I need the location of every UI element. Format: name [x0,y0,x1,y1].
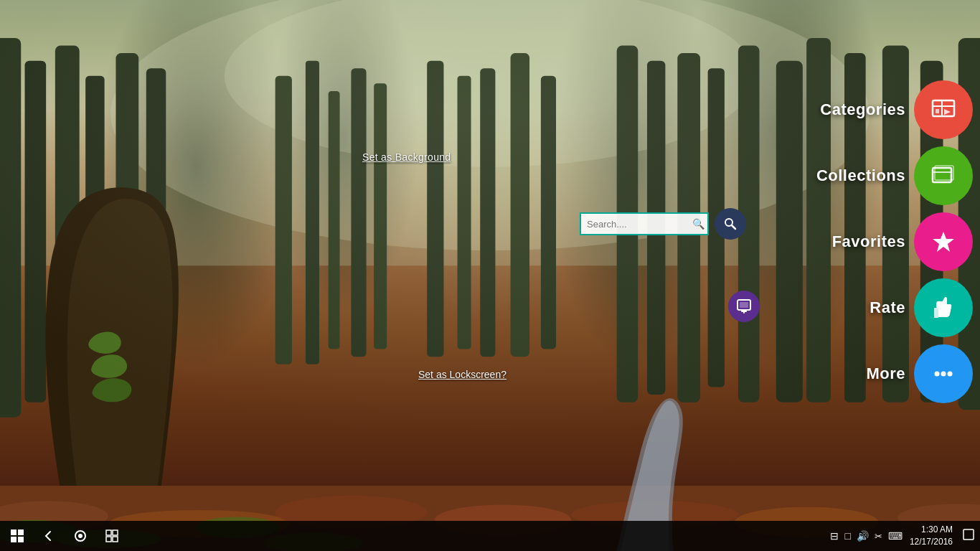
favorites-label: Favorites [832,232,905,251]
taskbar-right: ⊟ □ 🔊 ✂ ⌨ 1:30 AM 12/17/2016 [830,524,980,548]
svg-rect-63 [11,537,17,542]
main-content: Set as Background Set as Lockscreen? 🔍 [0,0,980,521]
svg-point-59 [941,372,946,377]
svg-marker-56 [933,232,954,252]
search-container: 🔍 [580,208,746,240]
cortana-button[interactable] [67,523,93,549]
svg-rect-68 [113,530,118,535]
svg-rect-67 [106,530,111,535]
clock[interactable]: 1:30 AM 12/17/2016 [910,524,953,548]
set-lockscreen-link[interactable]: Set as Lockscreen? [418,369,507,380]
background: Set as Background Set as Lockscreen? 🔍 [0,0,980,551]
svg-rect-70 [113,537,118,542]
set-background-link[interactable]: Set as Background [362,151,451,163]
svg-rect-62 [18,529,24,535]
favorites-circle[interactable] [914,212,973,271]
svg-point-60 [948,372,953,377]
collections-circle[interactable] [914,146,973,205]
clock-time: 1:30 AM [910,524,953,536]
svg-rect-64 [18,537,24,542]
search-input-icon: 🔍 [692,218,705,230]
start-button[interactable] [4,523,30,549]
back-button[interactable] [36,523,62,549]
task-view-button[interactable] [99,523,125,549]
svg-line-45 [732,225,735,229]
svg-rect-69 [106,537,111,542]
tray-icon-pen[interactable]: ✂ [875,531,882,542]
tray-icon-volume[interactable]: 🔊 [857,530,869,542]
nav-item-collections[interactable]: Collections [816,146,973,205]
search-input-wrapper: 🔍 [580,212,709,235]
tray-icon-tablet[interactable]: ⊟ [830,530,839,542]
wallpaper-switch-button[interactable] [728,291,760,322]
tray-icon-keyboard[interactable]: ⌨ [888,530,903,542]
categories-circle[interactable] [914,80,973,139]
search-input[interactable] [580,212,709,235]
svg-rect-57 [934,308,938,318]
svg-point-58 [935,372,940,377]
more-label: More [866,364,905,383]
taskbar-left [0,523,125,549]
rate-circle[interactable] [914,278,973,337]
tray-icon-display[interactable]: □ [844,530,850,542]
notification-button[interactable] [963,529,974,543]
nav-item-more[interactable]: More [816,344,973,403]
nav-item-rate[interactable]: Rate [816,278,973,337]
system-tray: ⊟ □ 🔊 ✂ ⌨ [830,530,902,542]
svg-rect-50 [933,100,954,116]
nav-buttons: Categories Collections [816,0,980,491]
taskbar: ⊟ □ 🔊 ✂ ⌨ 1:30 AM 12/17/2016 [0,521,980,551]
more-circle[interactable] [914,344,973,403]
svg-rect-71 [963,529,974,540]
nav-item-categories[interactable]: Categories [816,80,973,139]
nav-item-favorites[interactable]: Favorites [816,212,973,271]
categories-label: Categories [820,100,905,119]
collections-label: Collections [816,166,905,185]
svg-rect-61 [11,529,17,535]
svg-rect-47 [740,302,748,308]
svg-point-66 [78,534,83,538]
rate-label: Rate [870,298,905,317]
clock-date: 12/17/2016 [910,536,953,548]
search-button[interactable] [715,208,746,240]
